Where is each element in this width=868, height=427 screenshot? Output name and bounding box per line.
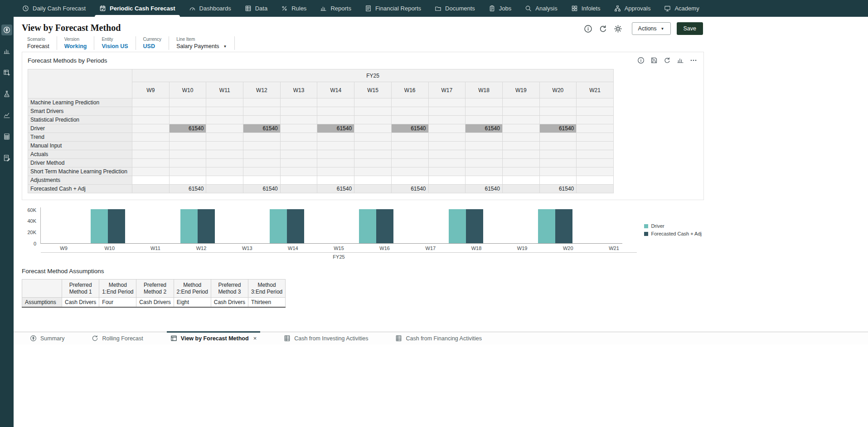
cell-actuals-w12[interactable] (243, 150, 281, 159)
assumptions-cell-method-1-end-period[interactable]: Four (99, 298, 136, 308)
nav-tab-dashboards[interactable]: Dashboards (182, 0, 238, 17)
cell-driver-method-w17[interactable] (428, 159, 466, 167)
cell-actuals-w20[interactable] (539, 150, 577, 159)
nav-tab-data[interactable]: Data (238, 0, 274, 17)
cell-actuals-w13[interactable] (280, 150, 317, 159)
cell-trend-w17[interactable] (428, 133, 466, 142)
ellipsis-icon[interactable] (690, 57, 697, 64)
cell-actuals-w17[interactable] (428, 150, 466, 159)
cell-smart-drivers-w16[interactable] (391, 107, 428, 116)
cell-adjustments-w18[interactable] (466, 176, 503, 185)
cell-statistical-prediction-w19[interactable] (502, 116, 539, 124)
cell-statistical-prediction-w10[interactable] (169, 116, 206, 124)
cell-driver-w13[interactable] (280, 124, 317, 133)
cell-adjustments-w19[interactable] (502, 176, 539, 185)
cell-actuals-w19[interactable] (502, 150, 539, 159)
cell-forecasted-cash-adj-w21[interactable] (577, 185, 614, 193)
cell-driver-w19[interactable] (502, 124, 539, 133)
sidebar-item-doc-edit[interactable] (1, 152, 12, 163)
cell-driver-method-w21[interactable] (577, 159, 614, 167)
cell-driver-w15[interactable] (354, 124, 392, 133)
close-icon[interactable]: × (252, 335, 257, 342)
cell-statistical-prediction-w18[interactable] (466, 116, 503, 124)
cell-smart-drivers-w15[interactable] (354, 107, 392, 116)
cell-machine-learning-prediction-w11[interactable] (206, 98, 243, 107)
cell-short-term-machine-learning-prediction-w19[interactable] (502, 167, 539, 176)
sidebar-item-flask[interactable] (1, 88, 12, 99)
cell-manual-input-w9[interactable] (132, 142, 170, 150)
cell-trend-w11[interactable] (206, 133, 243, 142)
cell-trend-w12[interactable] (243, 133, 281, 142)
cell-smart-drivers-w18[interactable] (466, 107, 503, 116)
cell-short-term-machine-learning-prediction-w21[interactable] (577, 167, 614, 176)
cell-machine-learning-prediction-w21[interactable] (577, 98, 614, 107)
assumptions-cell-method-2-end-period[interactable]: Eight (174, 298, 211, 308)
cell-smart-drivers-w10[interactable] (169, 107, 206, 116)
bottom-tab-summary[interactable]: Summary (26, 332, 68, 345)
actions-button[interactable]: Actions ▼ (632, 22, 671, 35)
cell-actuals-w21[interactable] (577, 150, 614, 159)
cell-forecasted-cash-adj-w18[interactable]: 61540 (466, 185, 503, 193)
cell-forecasted-cash-adj-w13[interactable] (280, 185, 317, 193)
cell-forecasted-cash-adj-w17[interactable] (428, 185, 466, 193)
nav-tab-analysis[interactable]: Analysis (518, 0, 564, 17)
cell-forecasted-cash-adj-w19[interactable] (502, 185, 539, 193)
cell-adjustments-w14[interactable] (317, 176, 354, 185)
cell-driver-method-w15[interactable] (354, 159, 392, 167)
cell-manual-input-w16[interactable] (391, 142, 428, 150)
cell-driver-method-w16[interactable] (391, 159, 428, 167)
cell-machine-learning-prediction-w9[interactable] (132, 98, 170, 107)
cell-trend-w15[interactable] (354, 133, 392, 142)
cell-driver-method-w14[interactable] (317, 159, 354, 167)
cell-adjustments-w13[interactable] (280, 176, 317, 185)
info-icon[interactable] (637, 57, 645, 64)
cell-driver-w14[interactable]: 61540 (317, 124, 354, 133)
cell-actuals-w16[interactable] (391, 150, 428, 159)
pov-value-line-item[interactable]: Salary Payments▼ (176, 43, 227, 49)
cell-short-term-machine-learning-prediction-w12[interactable] (243, 167, 281, 176)
cell-short-term-machine-learning-prediction-w18[interactable] (466, 167, 503, 176)
cell-smart-drivers-w13[interactable] (280, 107, 317, 116)
cell-adjustments-w15[interactable] (354, 176, 392, 185)
cell-forecasted-cash-adj-w14[interactable]: 61540 (317, 185, 354, 193)
refresh-icon[interactable] (599, 25, 607, 33)
bar-chart-icon[interactable] (677, 57, 684, 64)
cell-machine-learning-prediction-w10[interactable] (169, 98, 206, 107)
cell-adjustments-w20[interactable] (539, 176, 577, 185)
nav-tab-documents[interactable]: Documents (428, 0, 482, 17)
cell-driver-w21[interactable] (577, 124, 614, 133)
cell-trend-w14[interactable] (317, 133, 354, 142)
cell-manual-input-w18[interactable] (466, 142, 503, 150)
cell-forecasted-cash-adj-w20[interactable]: 61540 (539, 185, 577, 193)
cell-smart-drivers-w17[interactable] (428, 107, 466, 116)
cell-statistical-prediction-w16[interactable] (391, 116, 428, 124)
pov-value-scenario[interactable]: Forecast (27, 43, 49, 49)
cell-manual-input-w13[interactable] (280, 142, 317, 150)
cell-driver-method-w9[interactable] (132, 159, 170, 167)
cell-driver-method-w13[interactable] (280, 159, 317, 167)
cell-statistical-prediction-w20[interactable] (539, 116, 577, 124)
cell-driver-method-w12[interactable] (243, 159, 281, 167)
cell-adjustments-w21[interactable] (577, 176, 614, 185)
cell-driver-w16[interactable]: 61540 (391, 124, 428, 133)
nav-tab-academy[interactable]: Academy (657, 0, 706, 17)
cell-driver-w11[interactable] (206, 124, 243, 133)
cell-manual-input-w15[interactable] (354, 142, 392, 150)
cell-statistical-prediction-w21[interactable] (577, 116, 614, 124)
cell-driver-method-w10[interactable] (169, 159, 206, 167)
cell-short-term-machine-learning-prediction-w13[interactable] (280, 167, 317, 176)
cell-short-term-machine-learning-prediction-w9[interactable] (132, 167, 170, 176)
cell-statistical-prediction-w9[interactable] (132, 116, 170, 124)
nav-tab-rules[interactable]: Rules (274, 0, 313, 17)
cell-actuals-w9[interactable] (132, 150, 170, 159)
cell-forecasted-cash-adj-w9[interactable] (132, 185, 170, 193)
bottom-tab-cash-from-investing-activities[interactable]: Cash from Investing Activities (280, 332, 372, 345)
refresh-icon[interactable] (664, 57, 671, 64)
cell-adjustments-w17[interactable] (428, 176, 466, 185)
cell-driver-w10[interactable]: 61540 (169, 124, 206, 133)
cell-manual-input-w19[interactable] (502, 142, 539, 150)
cell-trend-w19[interactable] (502, 133, 539, 142)
cell-driver-w20[interactable]: 61540 (539, 124, 577, 133)
cell-statistical-prediction-w12[interactable] (243, 116, 281, 124)
cell-adjustments-w11[interactable] (206, 176, 243, 185)
